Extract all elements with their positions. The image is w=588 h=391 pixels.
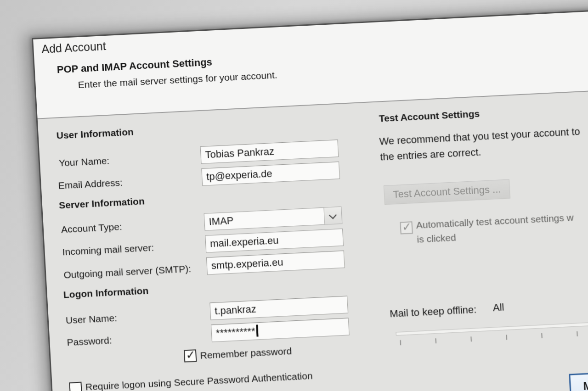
section-heading-test-account-settings: Test Account Settings bbox=[379, 108, 480, 124]
label-account-type: Account Type: bbox=[61, 221, 122, 235]
slider-tick bbox=[506, 335, 507, 340]
require-spa-checkbox[interactable] bbox=[69, 382, 82, 391]
label-incoming-mail-server: Incoming mail server: bbox=[62, 242, 154, 258]
text-caret bbox=[256, 325, 258, 337]
email-address-input[interactable]: tp@experia.de bbox=[201, 162, 340, 186]
window-title: Add Account bbox=[41, 39, 107, 56]
outgoing-mail-server-input[interactable]: smtp.experia.eu bbox=[206, 251, 345, 275]
require-spa-label: Require logon using Secure Password Auth… bbox=[85, 370, 313, 391]
remember-password-label: Remember password bbox=[200, 346, 292, 361]
section-heading-user-information: User Information bbox=[56, 126, 134, 141]
mail-to-keep-offline-label: Mail to keep offline: bbox=[389, 302, 477, 322]
label-password: Password: bbox=[67, 335, 112, 348]
password-masked-value: ********** bbox=[215, 325, 255, 339]
chevron-down-icon[interactable] bbox=[323, 207, 342, 224]
slider-tick bbox=[541, 333, 543, 338]
auto-test-label-line1: Automatically test account settings w bbox=[416, 212, 574, 231]
remember-password-checkbox[interactable] bbox=[184, 349, 197, 362]
auto-test-label-line2: is clicked bbox=[417, 232, 456, 245]
label-your-name: Your Name: bbox=[58, 155, 109, 168]
outgoing-mail-server-value: smtp.experia.eu bbox=[211, 257, 283, 272]
more-settings-button[interactable]: Mo bbox=[569, 368, 588, 391]
photo-background: Add Account POP and IMAP Account Setting… bbox=[0, 0, 588, 391]
page-title: POP and IMAP Account Settings bbox=[57, 56, 212, 76]
email-address-value: tp@experia.de bbox=[206, 168, 273, 182]
account-type-dropdown[interactable]: IMAP bbox=[204, 207, 343, 231]
more-settings-button-label: Mo bbox=[583, 380, 588, 391]
label-email-address: Email Address: bbox=[58, 177, 123, 191]
offline-mail-slider[interactable] bbox=[396, 318, 588, 335]
section-heading-server-information: Server Information bbox=[58, 196, 145, 211]
your-name-value: Tobias Pankraz bbox=[205, 145, 275, 160]
test-account-settings-button[interactable]: Test Account Settings ... bbox=[384, 179, 510, 205]
section-heading-logon-information: Logon Information bbox=[63, 285, 149, 300]
slider-tick bbox=[470, 336, 472, 341]
slider-tick bbox=[577, 331, 578, 336]
your-name-input[interactable]: Tobias Pankraz bbox=[200, 140, 339, 164]
incoming-mail-server-value: mail.experia.eu bbox=[210, 235, 279, 249]
auto-test-checkbox[interactable] bbox=[400, 221, 413, 234]
mail-to-keep-offline-value: All bbox=[492, 300, 504, 316]
password-input[interactable]: ********** bbox=[211, 318, 350, 342]
account-type-value: IMAP bbox=[209, 215, 234, 228]
incoming-mail-server-input[interactable]: mail.experia.eu bbox=[205, 229, 344, 253]
user-name-input[interactable]: t.pankraz bbox=[209, 296, 348, 320]
label-user-name: User Name: bbox=[65, 313, 117, 326]
add-account-dialog: Add Account POP and IMAP Account Setting… bbox=[32, 3, 588, 391]
slider-tick bbox=[435, 338, 436, 343]
label-outgoing-mail-server: Outgoing mail server (SMTP): bbox=[63, 263, 192, 281]
test-account-settings-button-label: Test Account Settings ... bbox=[393, 184, 501, 201]
slider-tick bbox=[400, 340, 401, 345]
user-name-value: t.pankraz bbox=[215, 303, 257, 317]
dialog-header-band: Add Account POP and IMAP Account Setting… bbox=[33, 5, 588, 119]
